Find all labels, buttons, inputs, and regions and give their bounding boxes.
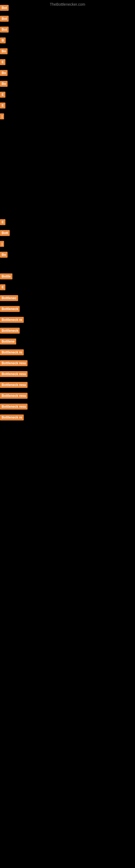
item-label: Bottleneck re xyxy=(0,317,24,323)
item-label: Bottle xyxy=(0,273,12,279)
list-item: Bottleneck resu xyxy=(0,382,28,388)
list-item: Bott xyxy=(0,230,10,236)
item-label: Bottlene xyxy=(0,339,16,344)
item-label: Bottleneck resu xyxy=(0,382,28,388)
item-label: E xyxy=(0,102,5,108)
item-label: Bottlenec xyxy=(0,295,18,301)
list-item: Bottlenec xyxy=(0,295,18,301)
list-item: Bo xyxy=(0,252,8,258)
list-item: E xyxy=(0,284,5,290)
list-item: E xyxy=(0,59,5,65)
list-item: Bottlene xyxy=(0,339,16,344)
list-item: Bottle xyxy=(0,273,12,279)
list-item: | xyxy=(0,241,4,247)
list-item: Bottleneck re xyxy=(0,349,24,355)
list-item: Bottleneck resu xyxy=(0,360,28,366)
list-item: Bottleneck resu xyxy=(0,404,28,410)
item-label: | xyxy=(0,241,4,247)
list-item: Bot xyxy=(0,16,9,22)
site-title: TheBottlenecker.com xyxy=(0,0,135,9)
list-item: E xyxy=(0,219,5,225)
list-item: Bo xyxy=(0,81,8,87)
list-item: E xyxy=(0,92,5,98)
item-label: Bot xyxy=(0,5,9,11)
item-label: Bottleneck resu xyxy=(0,393,28,399)
item-label: Bott xyxy=(0,230,10,236)
list-item: E xyxy=(0,102,5,108)
item-label: Bottleneck resu xyxy=(0,404,28,410)
list-item: Bottleneck xyxy=(0,328,20,334)
list-item: | xyxy=(0,113,4,119)
list-item: Bot xyxy=(0,5,9,11)
list-item: Bo xyxy=(0,48,8,54)
list-item: Bot xyxy=(0,27,9,33)
list-item: Bottleneck xyxy=(0,306,20,312)
item-label: Bo xyxy=(0,81,8,87)
list-item: Bottleneck re xyxy=(0,317,24,323)
item-label: E xyxy=(0,92,5,98)
list-item: B xyxy=(0,37,6,43)
list-item: Bottleneck resu xyxy=(0,393,28,399)
item-label: Bottleneck re xyxy=(0,349,24,355)
item-label: Bottleneck re xyxy=(0,414,24,421)
list-item: Bottleneck re xyxy=(0,414,24,421)
item-label: Bottleneck resu xyxy=(0,360,28,366)
item-label: Bo xyxy=(0,48,8,54)
item-label: E xyxy=(0,219,5,225)
item-label: B xyxy=(0,37,6,43)
item-label: | xyxy=(0,113,4,119)
item-label: Bottleneck resu xyxy=(0,371,28,377)
list-item: Bottleneck resu xyxy=(0,371,28,377)
item-label: E xyxy=(0,284,5,290)
item-label: E xyxy=(0,59,5,65)
item-label: Bo xyxy=(0,70,8,76)
item-label: Bot xyxy=(0,16,9,22)
item-label: Bo xyxy=(0,252,8,258)
item-label: Bottleneck xyxy=(0,306,20,312)
item-label: Bot xyxy=(0,27,9,33)
list-item: Bo xyxy=(0,70,8,76)
item-label: Bottleneck xyxy=(0,328,20,334)
